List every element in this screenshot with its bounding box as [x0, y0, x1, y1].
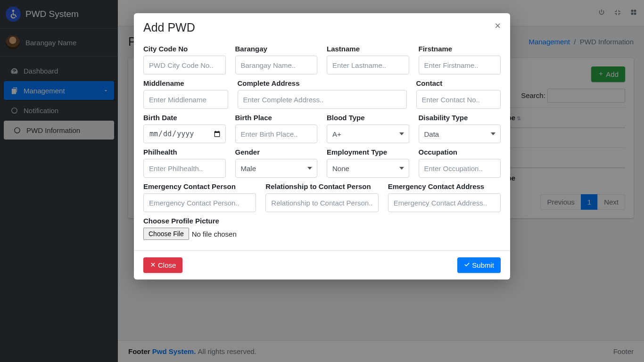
label-barangay: Barangay: [235, 45, 318, 53]
city-code-input[interactable]: [143, 56, 226, 74]
modal-title: Add PWD: [143, 21, 195, 34]
label-occupation: Occupation: [419, 148, 501, 156]
label-blood-type: Blood Type: [327, 114, 409, 122]
label-lastname: Lastname: [327, 45, 409, 53]
close-button-label: Close: [158, 261, 176, 269]
middlename-input[interactable]: [143, 90, 228, 109]
contact-input[interactable]: [416, 90, 501, 109]
employment-type-select[interactable]: None: [327, 159, 409, 178]
label-profile-pic: Choose Profile Picture: [143, 217, 261, 225]
firstname-input[interactable]: [419, 56, 501, 74]
label-emergency-person: Emergency Contact Person: [143, 182, 256, 190]
complete-address-input[interactable]: [238, 90, 407, 109]
check-icon: [464, 261, 470, 269]
lastname-input[interactable]: [327, 56, 409, 74]
label-relationship: Relationship to Contact Person: [265, 182, 378, 190]
choose-file-button[interactable]: Choose File: [143, 228, 189, 240]
emergency-address-input[interactable]: [388, 193, 501, 212]
gender-select[interactable]: Male: [235, 159, 318, 178]
label-middlename: Middlename: [143, 79, 228, 87]
add-pwd-modal: Add PWD × City Code No Barangay Lastname: [134, 13, 510, 280]
file-name: No file chosen: [192, 230, 237, 238]
birth-place-input[interactable]: [235, 124, 318, 143]
label-birth-place: Birth Place: [235, 114, 318, 122]
label-philhealth: Philhealth: [143, 148, 226, 156]
birth-date-input[interactable]: [143, 124, 226, 143]
submit-button-label: Submit: [472, 261, 494, 269]
close-icon: [150, 261, 156, 269]
philhealth-input[interactable]: [143, 159, 226, 178]
modal-backdrop[interactable]: Add PWD × City Code No Barangay Lastname: [0, 0, 644, 362]
label-disability-type: Disability Type: [419, 114, 501, 122]
occupation-input[interactable]: [419, 159, 501, 178]
close-icon[interactable]: ×: [495, 21, 501, 31]
close-button[interactable]: Close: [143, 257, 182, 273]
label-employment-type: Employment Type: [327, 148, 409, 156]
blood-type-select[interactable]: A+: [327, 124, 409, 143]
label-gender: Gender: [235, 148, 318, 156]
relationship-input[interactable]: [265, 193, 378, 212]
disability-type-select[interactable]: Data: [419, 124, 501, 143]
emergency-person-input[interactable]: [143, 193, 256, 212]
label-complete-address: Complete Address: [238, 79, 407, 87]
submit-button[interactable]: Submit: [457, 257, 501, 273]
label-firstname: Firstname: [419, 45, 501, 53]
barangay-input[interactable]: [235, 56, 318, 74]
label-birth-date: Birth Date: [143, 114, 226, 122]
label-emergency-address: Emergency Contact Address: [388, 182, 501, 190]
label-city-code: City Code No: [143, 45, 226, 53]
label-contact: Contact: [416, 79, 501, 87]
